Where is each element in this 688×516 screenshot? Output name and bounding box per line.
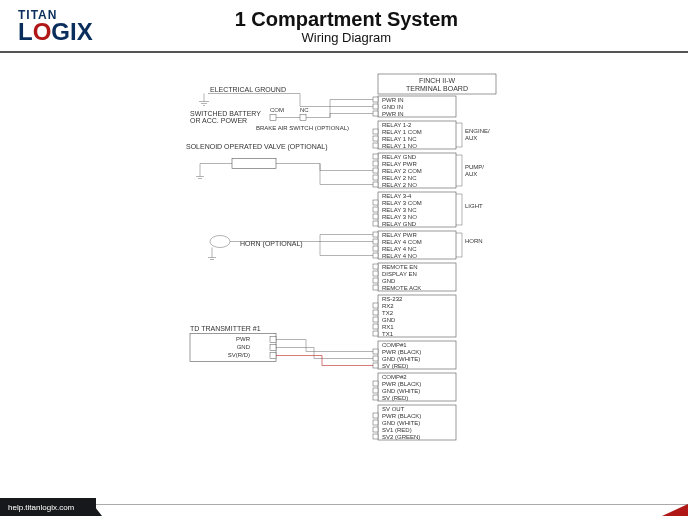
- svg-rect-51: [373, 253, 378, 258]
- svg-rect-87: [373, 388, 378, 393]
- footer-url: help.titanlogix.com: [0, 498, 96, 516]
- svg-text:RELAY 4 NC: RELAY 4 NC: [382, 246, 417, 252]
- svg-rect-71: [373, 324, 378, 329]
- svg-rect-49: [373, 246, 378, 251]
- svg-rect-73: [373, 331, 378, 336]
- svg-text:RELAY 1 NC: RELAY 1 NC: [382, 136, 417, 142]
- svg-text:SV (RED): SV (RED): [382, 363, 408, 369]
- svg-text:GND IN: GND IN: [382, 104, 403, 110]
- svg-text:GND (WHITE): GND (WHITE): [382, 420, 420, 426]
- svg-text:RX2: RX2: [382, 303, 394, 309]
- svg-rect-61: [373, 285, 378, 290]
- svg-text:AUX: AUX: [465, 135, 477, 141]
- svg-text:PWR (BLACK): PWR (BLACK): [382, 381, 421, 387]
- svg-text:PWR IN: PWR IN: [382, 111, 404, 117]
- svg-rect-27: [373, 175, 378, 180]
- accent-corner: [662, 504, 688, 516]
- page-subtitle: Wiring Diagram: [23, 30, 670, 45]
- svg-text:RELAY 2 COM: RELAY 2 COM: [382, 168, 422, 174]
- svg-text:GND: GND: [382, 317, 396, 323]
- svg-text:RS-232: RS-232: [382, 296, 403, 302]
- svg-text:PUMP/: PUMP/: [465, 164, 484, 170]
- svg-rect-35: [373, 200, 378, 205]
- svg-text:BRAKE AIR SWITCH (OPTIONAL): BRAKE AIR SWITCH (OPTIONAL): [256, 125, 349, 131]
- svg-rect-146: [270, 337, 276, 343]
- svg-text:SV2 (GREEN): SV2 (GREEN): [382, 434, 420, 440]
- svg-text:SWITCHED BATTERY: SWITCHED BATTERY: [190, 110, 261, 117]
- svg-text:SV (RED): SV (RED): [382, 395, 408, 401]
- svg-rect-12: [373, 129, 378, 134]
- svg-text:LIGHT: LIGHT: [465, 203, 483, 209]
- svg-text:TD TRANSMITTER #1: TD TRANSMITTER #1: [190, 325, 261, 332]
- svg-text:GND (WHITE): GND (WHITE): [382, 388, 420, 394]
- svg-rect-97: [373, 427, 378, 432]
- wiring-diagram: FINCH II-WTERMINAL BOARDPWR INGND INPWR …: [0, 50, 688, 480]
- svg-text:RELAY PWR: RELAY PWR: [382, 232, 417, 238]
- svg-text:PWR: PWR: [236, 336, 251, 342]
- svg-text:GND: GND: [382, 278, 396, 284]
- header: TITAN LOGIX 1 Compartment System Wiring …: [0, 0, 688, 53]
- svg-rect-69: [373, 317, 378, 322]
- svg-rect-47: [373, 239, 378, 244]
- svg-text:HORN: HORN: [465, 238, 483, 244]
- svg-text:TX1: TX1: [382, 331, 394, 337]
- svg-rect-81: [373, 363, 378, 368]
- svg-text:TERMINAL BOARD: TERMINAL BOARD: [406, 85, 468, 92]
- svg-text:RELAY 3 NC: RELAY 3 NC: [382, 207, 417, 213]
- svg-rect-150: [270, 353, 276, 359]
- svg-rect-65: [373, 303, 378, 308]
- svg-text:ENGINE/: ENGINE/: [465, 128, 490, 134]
- svg-text:AUX: AUX: [465, 171, 477, 177]
- svg-text:SV(R/D): SV(R/D): [228, 352, 250, 358]
- svg-text:OR ACC. POWER: OR ACC. POWER: [190, 117, 247, 124]
- svg-rect-57: [373, 271, 378, 276]
- svg-rect-93: [373, 413, 378, 418]
- svg-text:RELAY 3-4: RELAY 3-4: [382, 193, 412, 199]
- svg-text:RELAY 3 COM: RELAY 3 COM: [382, 200, 422, 206]
- svg-rect-14: [373, 136, 378, 141]
- svg-rect-55: [373, 264, 378, 269]
- svg-text:COMP#1: COMP#1: [382, 342, 407, 348]
- svg-text:SV1 (RED): SV1 (RED): [382, 427, 412, 433]
- title-block: 1 Compartment System Wiring Diagram: [23, 8, 670, 45]
- footer: help.titanlogix.com: [0, 498, 688, 516]
- svg-rect-89: [373, 395, 378, 400]
- svg-text:HORN (OPTIONAL): HORN (OPTIONAL): [240, 240, 303, 248]
- svg-text:COMP#2: COMP#2: [382, 374, 407, 380]
- svg-text:RELAY 2 NO: RELAY 2 NO: [382, 182, 417, 188]
- svg-rect-95: [373, 420, 378, 425]
- svg-rect-67: [373, 310, 378, 315]
- svg-text:PWR IN: PWR IN: [382, 97, 404, 103]
- svg-text:SV OUT: SV OUT: [382, 406, 405, 412]
- svg-rect-25: [373, 168, 378, 173]
- svg-text:NC: NC: [300, 107, 309, 113]
- svg-text:RELAY 1 NO: RELAY 1 NO: [382, 143, 417, 149]
- page-title: 1 Compartment System: [23, 8, 670, 31]
- svg-text:PWR (BLACK): PWR (BLACK): [382, 349, 421, 355]
- svg-text:PWR (BLACK): PWR (BLACK): [382, 413, 421, 419]
- svg-text:RELAY 1-2: RELAY 1-2: [382, 122, 412, 128]
- svg-rect-4: [373, 97, 378, 102]
- svg-rect-6: [373, 104, 378, 109]
- svg-text:RELAY 2 NC: RELAY 2 NC: [382, 175, 417, 181]
- svg-text:FINCH II-W: FINCH II-W: [419, 77, 456, 84]
- svg-text:DISPLAY EN: DISPLAY EN: [382, 271, 417, 277]
- svg-rect-45: [373, 232, 378, 237]
- svg-text:GND: GND: [237, 344, 251, 350]
- svg-rect-59: [373, 278, 378, 283]
- svg-text:COM: COM: [270, 107, 284, 113]
- svg-text:REMOTE EN: REMOTE EN: [382, 264, 418, 270]
- svg-rect-114: [300, 115, 306, 121]
- svg-rect-123: [232, 159, 276, 169]
- svg-rect-113: [270, 115, 276, 121]
- svg-rect-21: [373, 154, 378, 159]
- svg-rect-79: [373, 356, 378, 361]
- svg-rect-37: [373, 207, 378, 212]
- svg-text:RELAY 1 COM: RELAY 1 COM: [382, 129, 422, 135]
- svg-text:TX2: TX2: [382, 310, 394, 316]
- svg-rect-99: [373, 434, 378, 439]
- svg-text:RELAY 4 COM: RELAY 4 COM: [382, 239, 422, 245]
- svg-text:RELAY GND: RELAY GND: [382, 154, 417, 160]
- svg-text:RELAY 4 NO: RELAY 4 NO: [382, 253, 417, 259]
- svg-text:SOLENOID OPERATED VALVE (OPTIO: SOLENOID OPERATED VALVE (OPTIONAL): [186, 143, 328, 151]
